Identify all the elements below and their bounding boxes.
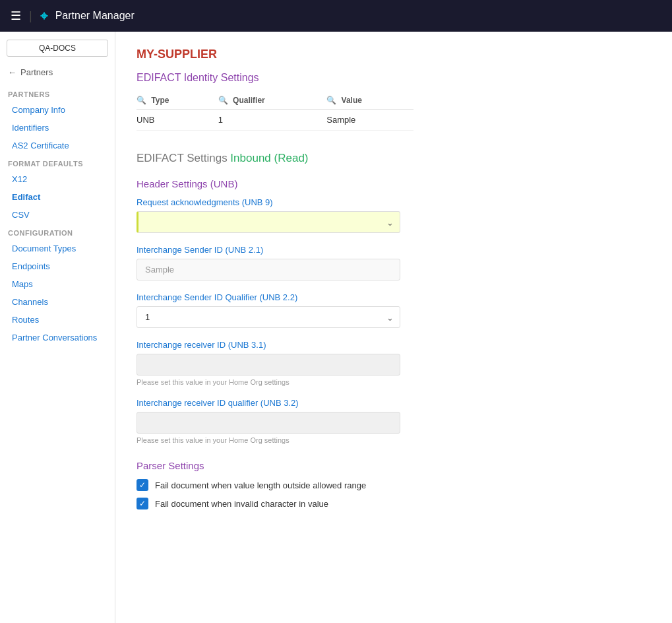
sidebar-item-as2-certificate[interactable]: AS2 Certificate	[0, 137, 115, 154]
field-request-ack: Request acknowledgments (UNB 9) Yes No ⌄	[137, 197, 651, 233]
value-search-icon: 🔍	[326, 96, 336, 105]
hint-receiver-id: Please set this value in your Home Org s…	[137, 378, 651, 386]
cell-type: UNB	[137, 110, 218, 131]
sidebar-item-endpoints[interactable]: Endpoints	[0, 257, 115, 275]
checkbox-label-fail-length: Fail document when value length outside …	[155, 480, 366, 490]
sidebar-item-x12[interactable]: X12	[0, 170, 115, 188]
input-interchange-receiver-qualifier[interactable]	[137, 412, 400, 434]
logo-icon: ⌖	[40, 9, 47, 24]
field-label-interchange-receiver-qualifier: Interchange receiver ID qualifier (UNB 3…	[137, 398, 651, 408]
col-qualifier: 🔍 Qualifier	[218, 92, 327, 110]
field-label-interchange-sender-qualifier: Interchange Sender ID Qualifier (UNB 2.2…	[137, 292, 651, 302]
main-content: MY-SUPPLIER EDIFACT Identity Settings 🔍 …	[115, 32, 672, 623]
sidebar: QA-DOCS ← Partners PARTNERS Company Info…	[0, 32, 115, 623]
identity-table: 🔍 Type 🔍 Qualifier 🔍 Value UNB	[137, 92, 413, 131]
hamburger-icon[interactable]: ☰	[11, 9, 21, 23]
partner-name: MY-SUPPLIER	[137, 48, 651, 61]
field-interchange-sender-qualifier: Interchange Sender ID Qualifier (UNB 2.2…	[137, 292, 651, 328]
layout: QA-DOCS ← Partners PARTNERS Company Info…	[0, 32, 672, 623]
col-value: 🔍 Value	[326, 92, 413, 110]
field-interchange-sender-id: Interchange Sender ID (UNB 2.1)	[137, 245, 651, 280]
type-search-icon: 🔍	[137, 96, 146, 105]
field-label-request-ack: Request acknowledgments (UNB 9)	[137, 197, 651, 207]
sidebar-item-company-info[interactable]: Company Info	[0, 101, 115, 119]
section-label-configuration: CONFIGURATION	[0, 224, 115, 240]
settings-main-title: EDIFACT Settings Inbound (Read)	[137, 152, 651, 165]
checkbox-label-fail-invalid-char: Fail document when invalid character in …	[155, 499, 328, 509]
back-arrow-icon: ←	[8, 67, 16, 77]
sidebar-item-identifiers[interactable]: Identifiers	[0, 119, 115, 137]
field-interchange-receiver-id: Interchange receiver ID (UNB 3.1) Please…	[137, 340, 651, 386]
checkmark-icon-2: ✓	[139, 499, 146, 508]
topbar: ☰ | ⌖ Partner Manager	[0, 0, 672, 32]
field-interchange-receiver-qualifier: Interchange receiver ID qualifier (UNB 3…	[137, 398, 651, 444]
checkbox-row-fail-invalid-char: ✓ Fail document when invalid character i…	[137, 498, 651, 509]
checkbox-fail-invalid-char[interactable]: ✓	[137, 498, 148, 509]
back-label: Partners	[20, 67, 53, 77]
sidebar-item-channels[interactable]: Channels	[0, 293, 115, 311]
divider: |	[29, 9, 32, 23]
checkbox-row-fail-length: ✓ Fail document when value length outsid…	[137, 479, 651, 491]
parser-section-title: Parser Settings	[137, 460, 651, 471]
select-request-ack[interactable]: Yes No	[137, 211, 400, 233]
table-row: UNB 1 Sample	[137, 110, 413, 131]
col-type: 🔍 Type	[137, 92, 218, 110]
section-label-partners: PARTNERS	[0, 85, 115, 101]
sidebar-item-document-types[interactable]: Document Types	[0, 240, 115, 257]
section-label-format-defaults: FORMAT DEFAULTS	[0, 154, 115, 170]
sidebar-search[interactable]: QA-DOCS	[7, 40, 108, 57]
input-interchange-sender-id[interactable]	[137, 259, 400, 280]
input-interchange-receiver-id[interactable]	[137, 354, 400, 376]
identity-section-title: EDIFACT Identity Settings	[137, 72, 651, 84]
checkbox-fail-length[interactable]: ✓	[137, 479, 148, 491]
cell-qualifier: 1	[218, 110, 327, 131]
header-section-title: Header Settings (UNB)	[137, 178, 651, 189]
sidebar-item-partner-conversations[interactable]: Partner Conversations	[0, 329, 115, 346]
field-label-interchange-sender-id: Interchange Sender ID (UNB 2.1)	[137, 245, 651, 255]
qualifier-search-icon: 🔍	[218, 96, 228, 105]
select-wrapper-request-ack: Yes No ⌄	[137, 211, 400, 233]
sidebar-item-routes[interactable]: Routes	[0, 311, 115, 329]
sidebar-item-edifact[interactable]: Edifact	[0, 188, 115, 206]
checkmark-icon: ✓	[139, 480, 146, 490]
select-wrapper-sender-qualifier: 1 2 3 ⌄	[137, 306, 400, 328]
sidebar-item-maps[interactable]: Maps	[0, 275, 115, 293]
back-to-partners[interactable]: ← Partners	[0, 65, 115, 80]
sidebar-item-csv[interactable]: CSV	[0, 206, 115, 224]
select-sender-qualifier[interactable]: 1 2 3	[137, 306, 400, 328]
cell-value: Sample	[326, 110, 413, 131]
app-title: Partner Manager	[55, 10, 135, 22]
hint-receiver-qualifier: Please set this value in your Home Org s…	[137, 436, 651, 444]
field-label-interchange-receiver-id: Interchange receiver ID (UNB 3.1)	[137, 340, 651, 350]
